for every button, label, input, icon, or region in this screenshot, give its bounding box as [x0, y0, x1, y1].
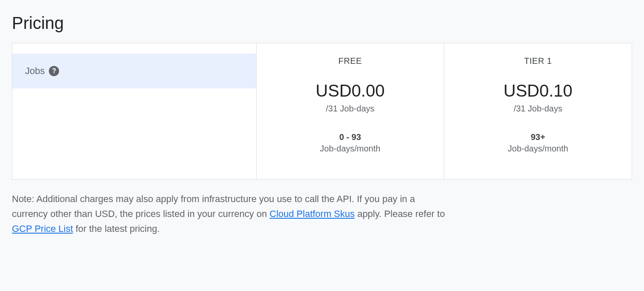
tier-name: FREE	[265, 56, 435, 66]
gcp-price-list-link[interactable]: GCP Price List	[12, 223, 73, 234]
tier-free: FREE USD0.00 /31 Job-days 0 - 93 Job-day…	[257, 43, 444, 179]
tier-price: USD0.00	[265, 81, 435, 100]
tier-1: TIER 1 USD0.10 /31 Job-days 93+ Job-days…	[444, 43, 632, 179]
cloud-platform-skus-link[interactable]: Cloud Platform Skus	[270, 208, 355, 219]
row-header: Jobs ?	[12, 54, 256, 88]
tier-range: 93+	[453, 132, 623, 142]
note-text-2: apply. Please refer to	[355, 208, 445, 219]
help-icon[interactable]: ?	[49, 66, 59, 76]
row-header-column: Jobs ?	[12, 43, 257, 179]
page-title: Pricing	[12, 14, 632, 33]
tier-unit: /31 Job-days	[453, 104, 623, 114]
pricing-note: Note: Additional charges may also apply …	[12, 191, 447, 237]
tier-range: 0 - 93	[265, 132, 435, 142]
row-header-label: Jobs	[25, 66, 45, 77]
spacer	[12, 43, 256, 54]
tier-name: TIER 1	[453, 56, 623, 66]
tier-unit: /31 Job-days	[265, 104, 435, 114]
note-text-3: for the latest pricing.	[73, 223, 160, 234]
pricing-table: Jobs ? FREE USD0.00 /31 Job-days 0 - 93 …	[12, 43, 632, 180]
tier-range-unit: Job-days/month	[265, 144, 435, 154]
tier-range-unit: Job-days/month	[453, 144, 623, 154]
tier-price: USD0.10	[453, 81, 623, 100]
